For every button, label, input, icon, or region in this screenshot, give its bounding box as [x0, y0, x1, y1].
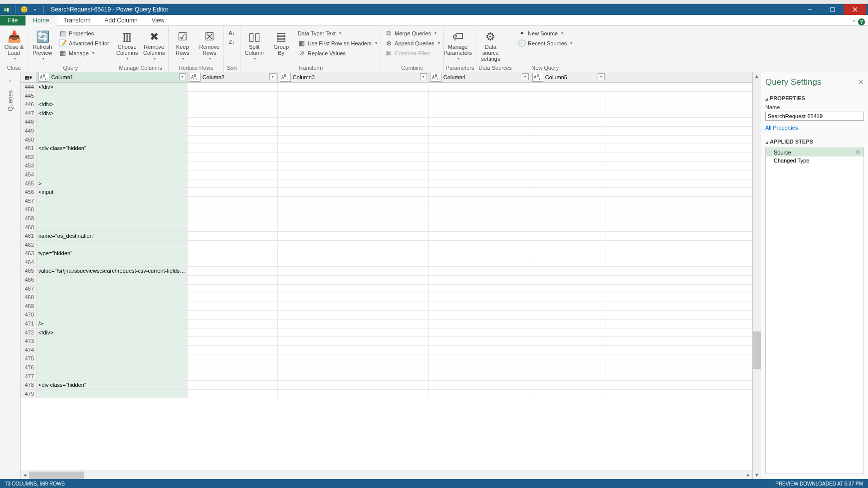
cell[interactable] — [188, 153, 278, 162]
table-row[interactable]: 458 — [21, 205, 752, 214]
column-header-2[interactable]: ABCColumn2▾ — [188, 72, 278, 82]
cell[interactable] — [429, 354, 530, 363]
cell[interactable] — [278, 267, 429, 275]
cell[interactable] — [429, 162, 530, 170]
row-number[interactable]: 448 — [21, 118, 36, 126]
table-row[interactable]: 460 — [21, 223, 752, 232]
cell[interactable] — [188, 363, 278, 372]
cell[interactable] — [36, 302, 188, 311]
vertical-scrollbar[interactable]: ▲ ▼ — [752, 72, 761, 479]
row-number[interactable]: 469 — [21, 302, 36, 311]
replace-values-button[interactable]: ½Replace Values — [296, 49, 379, 58]
table-row[interactable]: 448 — [21, 118, 752, 127]
cell[interactable] — [278, 390, 429, 398]
row-number[interactable]: 473 — [21, 337, 36, 345]
cell[interactable] — [429, 363, 530, 372]
manage-parameters-button[interactable]: 🏷Manage Parameters — [446, 29, 470, 63]
cell[interactable] — [429, 136, 530, 144]
cell[interactable]: </div> — [36, 100, 188, 109]
cell[interactable] — [278, 249, 429, 258]
table-row[interactable]: 452 — [21, 153, 752, 162]
properties-button[interactable]: ▤Properties — [57, 29, 111, 38]
cell[interactable] — [530, 328, 606, 337]
queries-expand-icon[interactable]: › — [9, 77, 11, 83]
table-row[interactable]: 455 > — [21, 179, 752, 188]
cell[interactable] — [429, 205, 530, 214]
row-number[interactable]: 446 — [21, 100, 36, 109]
cell[interactable] — [278, 232, 429, 240]
remove-columns-button[interactable]: ✖Remove Columns — [142, 29, 166, 63]
cell[interactable] — [530, 267, 606, 275]
sort-asc-button[interactable]: A↓ — [226, 29, 238, 37]
table-row[interactable]: 459 — [21, 214, 752, 223]
cell[interactable] — [278, 127, 429, 135]
cell[interactable] — [530, 372, 606, 381]
cell[interactable] — [36, 118, 188, 126]
cell[interactable] — [530, 205, 606, 214]
cell[interactable] — [530, 363, 606, 372]
cell[interactable] — [188, 100, 278, 109]
table-row[interactable]: 466 — [21, 276, 752, 285]
recent-sources-button[interactable]: 🕘Recent Sources — [516, 39, 574, 48]
cell[interactable] — [278, 214, 429, 223]
cell[interactable] — [188, 372, 278, 381]
cell[interactable] — [530, 311, 606, 319]
row-number[interactable]: 479 — [21, 390, 36, 398]
cell[interactable] — [188, 276, 278, 284]
cell[interactable] — [36, 170, 188, 179]
step-gear-icon[interactable]: ⚙ — [856, 149, 861, 156]
cell[interactable] — [429, 241, 530, 249]
applied-steps-section-header[interactable]: APPLIED STEPS — [765, 139, 864, 145]
cell[interactable] — [188, 293, 278, 302]
cell[interactable] — [429, 232, 530, 240]
cell[interactable] — [429, 170, 530, 179]
cell[interactable] — [530, 390, 606, 398]
row-number[interactable]: 460 — [21, 223, 36, 232]
table-row[interactable]: 445 — [21, 92, 752, 101]
vscroll-down-arrow[interactable]: ▼ — [753, 471, 761, 479]
row-number[interactable]: 445 — [21, 92, 36, 100]
row-number[interactable]: 471 — [21, 320, 36, 328]
row-number[interactable]: 474 — [21, 346, 36, 354]
cell[interactable] — [188, 346, 278, 354]
row-number[interactable]: 459 — [21, 214, 36, 223]
cell[interactable] — [188, 354, 278, 363]
cell[interactable] — [530, 354, 606, 363]
cell[interactable] — [36, 390, 188, 398]
group-by-button[interactable]: ▤Group By — [269, 29, 293, 57]
cell[interactable] — [530, 249, 606, 258]
row-number[interactable]: 456 — [21, 188, 36, 196]
hscroll-left-arrow[interactable]: ◄ — [21, 473, 29, 478]
keep-rows-button[interactable]: ☑Keep Rows — [171, 29, 195, 63]
cell[interactable] — [530, 179, 606, 188]
cell[interactable] — [530, 170, 606, 179]
cell[interactable] — [530, 276, 606, 284]
step-source[interactable]: Source⚙ — [766, 148, 864, 157]
table-row[interactable]: 457 — [21, 197, 752, 206]
cell[interactable] — [278, 223, 429, 232]
cell[interactable] — [530, 346, 606, 354]
cell[interactable]: > — [36, 179, 188, 188]
cell[interactable] — [188, 92, 278, 100]
row-number[interactable]: 447 — [21, 109, 36, 118]
cell[interactable] — [530, 144, 606, 153]
cell[interactable] — [530, 320, 606, 328]
cell[interactable]: <div class="hidden" — [36, 144, 188, 153]
manage-button[interactable]: ▦Manage — [57, 49, 111, 58]
cell[interactable] — [188, 223, 278, 232]
cell[interactable] — [429, 302, 530, 311]
cell[interactable] — [278, 337, 429, 345]
cell[interactable] — [429, 109, 530, 118]
cell[interactable] — [429, 381, 530, 389]
tab-view[interactable]: View — [145, 15, 172, 25]
cell[interactable] — [530, 127, 606, 135]
row-number[interactable]: 464 — [21, 258, 36, 267]
cell[interactable] — [36, 92, 188, 100]
all-properties-link[interactable]: All Properties — [765, 125, 864, 131]
first-row-headers-button[interactable]: ▦Use First Row as Headers — [296, 39, 379, 48]
cell[interactable] — [36, 197, 188, 205]
cell[interactable]: </div> — [36, 109, 188, 118]
column-header-1[interactable]: ABCColumn1▾ — [36, 72, 188, 82]
row-number[interactable]: 454 — [21, 170, 36, 179]
new-source-button[interactable]: ✦New Source — [516, 29, 574, 38]
